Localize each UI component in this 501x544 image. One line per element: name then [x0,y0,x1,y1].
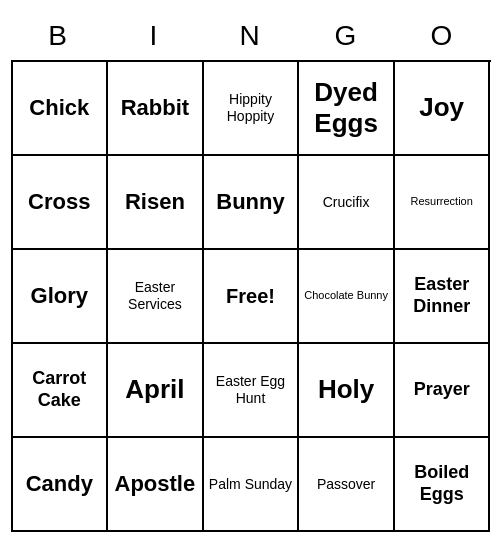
header-letter-N: N [203,12,299,60]
grid-cell-1-1: Risen [108,156,204,250]
grid-cell-1-0: Cross [13,156,109,250]
grid-cell-4-1: Apostle [108,438,204,532]
header-letter-G: G [299,12,395,60]
grid-cell-3-3: Holy [299,344,395,438]
grid-cell-0-2: Hippity Hoppity [204,62,300,156]
grid-cell-3-0: Carrot Cake [13,344,109,438]
grid-cell-0-3: Dyed Eggs [299,62,395,156]
grid-cell-0-1: Rabbit [108,62,204,156]
grid-cell-1-3: Crucifix [299,156,395,250]
grid-cell-4-2: Palm Sunday [204,438,300,532]
grid-cell-4-0: Candy [13,438,109,532]
grid-cell-1-4: Resurrection [395,156,491,250]
grid-cell-3-2: Easter Egg Hunt [204,344,300,438]
header-letter-I: I [107,12,203,60]
grid-cell-4-4: Boiled Eggs [395,438,491,532]
grid-cell-1-2: Bunny [204,156,300,250]
grid-cell-2-4: Easter Dinner [395,250,491,344]
grid-cell-2-2: Free! [204,250,300,344]
bingo-grid: ChickRabbitHippity HoppityDyed EggsJoyCr… [11,60,491,532]
header-letter-O: O [395,12,491,60]
bingo-card: BINGO ChickRabbitHippity HoppityDyed Egg… [11,12,491,532]
grid-cell-2-3: Chocolate Bunny [299,250,395,344]
grid-cell-0-4: Joy [395,62,491,156]
grid-cell-3-1: April [108,344,204,438]
bingo-header: BINGO [11,12,491,60]
grid-cell-3-4: Prayer [395,344,491,438]
header-letter-B: B [11,12,107,60]
grid-cell-4-3: Passover [299,438,395,532]
grid-cell-0-0: Chick [13,62,109,156]
grid-cell-2-0: Glory [13,250,109,344]
grid-cell-2-1: Easter Services [108,250,204,344]
